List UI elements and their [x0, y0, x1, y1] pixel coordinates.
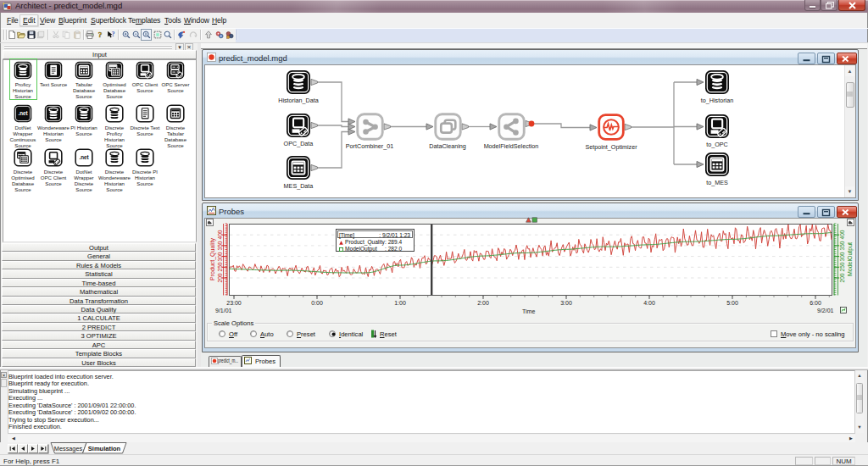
svg-text:Simulation: Simulation: [88, 445, 121, 452]
svg-text:OPC_Data: OPC_Data: [284, 140, 314, 147]
svg-text:to_OPC: to_OPC: [706, 141, 728, 148]
svg-text:PortCombiner_01: PortCombiner_01: [346, 142, 393, 150]
svg-text:.net: .net: [18, 110, 28, 116]
svg-text:MES_Data: MES_Data: [284, 182, 314, 190]
svg-text:Messages: Messages: [54, 445, 83, 452]
svg-text:to_MES: to_MES: [706, 179, 728, 186]
svg-text:DataCleaning: DataCleaning: [429, 142, 466, 150]
svg-text:to_Historian: to_Historian: [701, 97, 733, 104]
svg-text:Historian_Data: Historian_Data: [278, 97, 319, 104]
svg-text:ModelFieldSelection: ModelFieldSelection: [484, 142, 539, 150]
svg-text:?: ?: [98, 31, 103, 39]
svg-text:?: ?: [111, 31, 114, 38]
svg-text:Setpoint_Optimizer: Setpoint_Optimizer: [585, 143, 637, 151]
svg-text:.net: .net: [79, 154, 89, 160]
